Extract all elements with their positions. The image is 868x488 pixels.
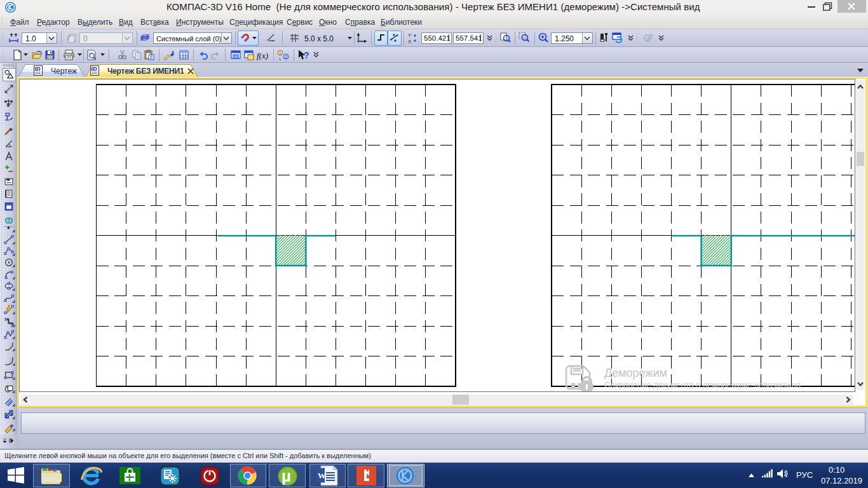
- svg-text:W: W: [318, 471, 326, 480]
- svg-text:µ: µ: [281, 466, 291, 485]
